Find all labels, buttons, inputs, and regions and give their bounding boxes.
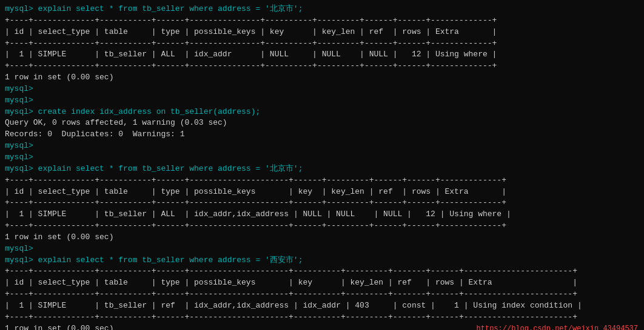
terminal-line: mysql> [5,140,639,152]
terminal-output: mysql> explain select * from tb_seller w… [0,0,644,330]
terminal-line: +----+-------------+-----------+------+-… [5,312,639,323]
terminal-line: mysql> [5,84,639,95]
terminal-line: Records: 0 Duplicates: 0 Warnings: 1 [5,129,639,140]
terminal-line: +----+-------------+-----------+------+-… [5,289,639,300]
blog-link[interactable]: https://blog.csdn.net/weixin_43494537 [477,324,638,330]
terminal-line: | 1 | SIMPLE | tb_seller | ALL | idx_add… [5,49,639,61]
terminal-line: +----+-------------+-----------+------+-… [5,266,639,277]
terminal-container: mysql> explain select * from tb_seller w… [0,0,644,330]
terminal-line: | id | select_type | table | type | poss… [5,27,639,38]
terminal-line: mysql> explain select * from tb_seller w… [5,4,639,15]
terminal-line: mysql> create index idx_address on tb_se… [5,107,639,118]
terminal-line: 1 row in set (0.00 sec) [5,72,639,84]
terminal-line: Query OK, 0 rows affected, 1 warning (0.… [5,117,639,129]
terminal-line: 1 row in set (0.00 sec) [5,232,639,243]
terminal-line: mysql> [5,95,639,107]
terminal-line: | 1 | SIMPLE | tb_seller | ALL | idx_add… [5,209,639,220]
terminal-line: +----+-------------+-----------+------+-… [5,220,639,232]
terminal-line: +----+-------------+-----------+------+-… [5,175,639,186]
terminal-line: +----+-------------+-----------+------+-… [5,61,639,72]
terminal-line: +----+-------------+-----------+------+-… [5,197,639,209]
terminal-line: mysql> [5,243,639,255]
terminal-line: +----+-------------+-----------+------+-… [5,15,639,27]
terminal-line: mysql> explain select * from tb_seller w… [5,163,639,175]
terminal-line: mysql> explain select * from tb_seller w… [5,255,639,266]
terminal-line: mysql> [5,152,639,163]
terminal-line: | id | select_type | table | type | poss… [5,186,639,198]
terminal-line: | id | select_type | table | type | poss… [5,277,639,289]
terminal-line: +----+-------------+-----------+------+-… [5,38,639,50]
terminal-line: | 1 | SIMPLE | tb_seller | ref | idx_add… [5,300,639,312]
